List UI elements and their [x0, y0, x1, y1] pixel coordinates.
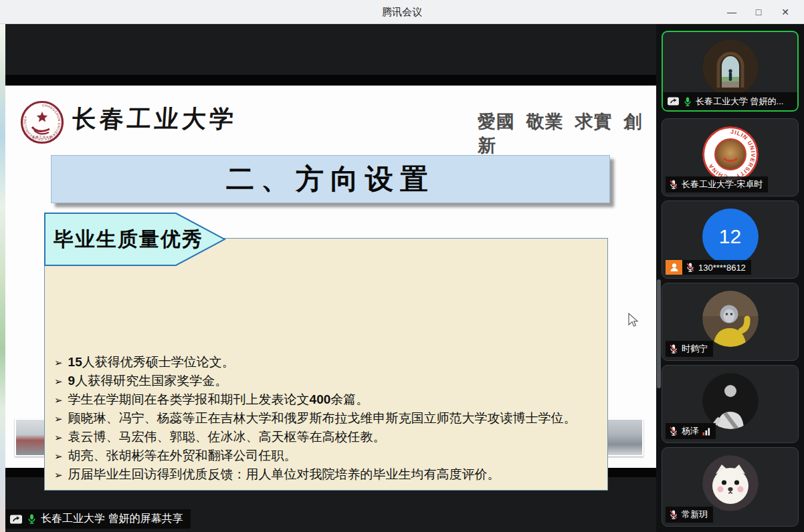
participant-label: 长春工业大学 曾妍的...	[663, 92, 797, 110]
microphone-muted-icon	[669, 509, 678, 520]
seal-bottom-text: 长春工业大学	[32, 135, 52, 139]
callout-arrow: 毕业生质量优秀	[44, 213, 226, 266]
close-button[interactable]: ✕	[772, 0, 799, 24]
window-titlebar: 腾讯会议 — □ ✕	[0, 0, 804, 24]
screen-share-indicator: 长春工业大学 曾妍的屏幕共享	[5, 509, 191, 529]
participant-label: 杨泽	[666, 423, 716, 439]
participant-name: 时鹤宁	[682, 343, 708, 355]
avatar-jilin-university-logo: JILIN UNIVERSITY · CHINA	[702, 126, 759, 182]
bullet-arrow-icon: ➢	[54, 376, 63, 388]
avatar-white-dog-photo	[702, 455, 759, 511]
participant-tile[interactable]: 时鹤宁	[662, 283, 799, 361]
microphone-on-icon	[27, 513, 37, 525]
participant-name: 130****8612	[698, 263, 746, 273]
content-box: ➢15人获得优秀硕士学位论文。 ➢9人获得研究生国家奖学金。 ➢学生在学期间在各…	[44, 238, 608, 491]
bullet-arrow-icon: ➢	[54, 413, 63, 425]
bullet-arrow-icon: ➢	[54, 450, 63, 462]
participant-tile[interactable]: 常新玥	[662, 447, 799, 527]
letterbox-stripe	[5, 75, 656, 86]
university-motto: 愛國 敬業 求實 創新	[478, 110, 656, 158]
bullet-item: ➢15人获得优秀硕士学位论文。	[54, 354, 603, 372]
tencent-meeting-window: 腾讯会议 — □ ✕ CHANGCHUN UNIVERSITY OF TECHN…	[0, 0, 804, 532]
bullet-item: ➢学生在学期间在各类学报和期刊上发表论文400余篇。	[54, 391, 603, 410]
participant-name: 长春工业大学 曾妍的...	[696, 96, 783, 108]
avatar-number-badge: 12	[702, 209, 759, 265]
mouse-cursor	[627, 313, 639, 329]
section-title-banner: 二、方向设置	[51, 155, 610, 203]
microphone-on-icon	[683, 96, 692, 107]
screen-share-icon	[667, 96, 680, 106]
microphone-muted-icon	[669, 344, 678, 354]
presentation-slide: CHANGCHUN UNIVERSITY OF TECHNOLOGY 长春工业大…	[5, 86, 656, 468]
avatar-bw-child-photo	[702, 373, 759, 429]
maximize-button[interactable]: □	[745, 0, 772, 24]
bullet-list: ➢15人获得优秀硕士学位论文。 ➢9人获得研究生国家奖学金。 ➢学生在学期间在各…	[54, 354, 603, 485]
participant-tile[interactable]: 杨泽	[662, 365, 799, 443]
microphone-muted-icon	[669, 426, 678, 436]
bullet-arrow-icon: ➢	[54, 357, 63, 369]
participant-label: 130****8612	[682, 260, 751, 275]
participant-tile[interactable]: 长春工业大学 曾妍的...	[662, 31, 799, 112]
participant-tile[interactable]: JILIN UNIVERSITY · CHINA 长春工业大学-宋卓时	[662, 118, 799, 196]
bullet-arrow-icon: ➢	[54, 432, 63, 444]
participant-name: 长春工业大学-宋卓时	[682, 178, 763, 190]
participant-name: 杨泽	[682, 425, 699, 437]
minimize-button[interactable]: —	[718, 0, 745, 24]
microphone-muted-icon	[669, 179, 678, 190]
university-name-calligraphy: 长春工业大学	[71, 103, 237, 136]
bullet-item: ➢胡亮、张胡彬等在外贸和翻译公司任职。	[54, 447, 603, 466]
bullet-item: ➢历届毕业生回访得到优质反馈：用人单位对我院培养的毕业生均有高度评价。	[54, 466, 603, 485]
callout-label: 毕业生质量优秀	[54, 213, 203, 266]
desktop-wallpaper-edge	[0, 24, 5, 532]
participant-name: 常新玥	[682, 509, 708, 521]
participant-label: 常新玥	[666, 507, 713, 523]
participant-tile[interactable]: 12 130****8612	[662, 201, 799, 279]
participant-label: 长春工业大学-宋卓时	[666, 176, 768, 192]
microphone-muted-icon	[686, 262, 695, 273]
bullet-arrow-icon: ➢	[54, 469, 63, 481]
share-indicator-label: 长春工业大学 曾妍的屏幕共享	[41, 512, 183, 526]
bullet-item: ➢9人获得研究生国家奖学金。	[54, 372, 603, 391]
sidebar-scrollbar[interactable]	[657, 279, 661, 388]
member-badge-icon	[666, 260, 682, 275]
bullet-item: ➢袁云博、马宏伟、郭聪、佐冰冰、高天枢等在高校任教。	[54, 428, 603, 447]
section-title: 二、方向设置	[52, 156, 609, 203]
bullet-arrow-icon: ➢	[54, 394, 63, 406]
avatar-archway-photo	[702, 39, 759, 96]
participant-label: 时鹤宁	[666, 341, 713, 357]
bullet-item: ➢顾晓琳、冯宁、杨蕊等正在吉林大学和俄罗斯布拉戈维申斯克国立师范大学攻读博士学位…	[54, 410, 603, 428]
screen-share-icon	[9, 514, 23, 525]
window-title: 腾讯会议	[0, 0, 804, 24]
participants-sidebar: 长春工业大学 曾妍的... JILIN UNIVERSITY · CHINA	[656, 24, 804, 532]
avatar-masked-person-photo	[702, 291, 759, 347]
network-signal-icon	[702, 427, 710, 436]
university-seal-logo: CHANGCHUN UNIVERSITY OF TECHNOLOGY 长春工业大…	[20, 100, 64, 144]
